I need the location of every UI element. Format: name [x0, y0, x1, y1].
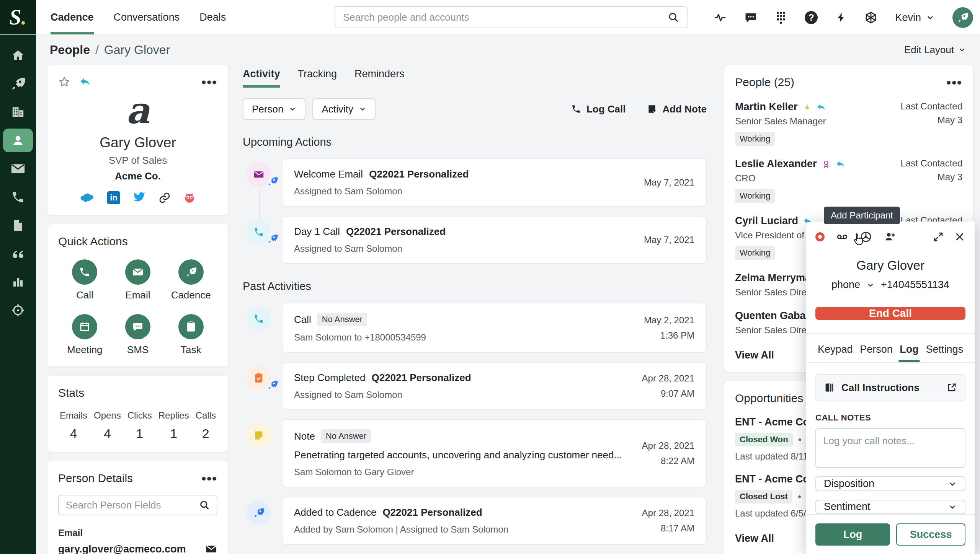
- activity-filter-dropdown[interactable]: Activity: [312, 98, 375, 120]
- phone-type-label[interactable]: phone: [831, 279, 860, 291]
- call-notes-label: CALL NOTES: [815, 413, 965, 423]
- user-avatar[interactable]: [952, 7, 973, 28]
- past-activity-note: NoteNo AnswerPenetrating targeted accoun…: [243, 419, 707, 487]
- nav-cadence[interactable]: Cadence: [51, 0, 94, 34]
- record-icon[interactable]: [815, 232, 825, 241]
- quick-action-call[interactable]: Call: [72, 259, 97, 301]
- upcoming-card[interactable]: Welcome EmailQ22021 Personalized Assigne…: [282, 158, 707, 207]
- external-link-icon: [946, 382, 957, 393]
- twitter-icon[interactable]: [132, 192, 146, 204]
- help-icon[interactable]: ?: [805, 11, 818, 24]
- call-phone-selector[interactable]: phone +14045551134: [815, 279, 965, 291]
- sidebar-people[interactable]: [3, 129, 33, 152]
- tab-tracking[interactable]: Tracking: [298, 68, 337, 88]
- more-options-icon[interactable]: •••: [201, 474, 217, 482]
- sidebar-analytics[interactable]: [3, 268, 33, 296]
- log-button[interactable]: Log: [815, 523, 890, 546]
- field-value[interactable]: gary.glover@acmeco.com: [58, 543, 186, 554]
- edit-layout-button[interactable]: Edit Layout: [904, 44, 966, 56]
- sidebar-hot-leads[interactable]: [3, 296, 33, 324]
- past-activity-added-to-cadence: Added to CadenceQ22021 Personalized Adde…: [243, 497, 707, 545]
- sentiment-label: Sentiment: [824, 501, 871, 513]
- global-search[interactable]: [335, 6, 688, 28]
- search-icon[interactable]: [199, 500, 210, 510]
- sidebar-accounts[interactable]: [3, 98, 33, 126]
- sidebar-content[interactable]: [3, 211, 33, 240]
- sidebar-email[interactable]: [3, 155, 33, 183]
- activity-card[interactable]: CallNo Answer Sam Solomon to +1800053459…: [282, 303, 707, 353]
- voicemail-drop-icon[interactable]: [836, 231, 848, 243]
- tab-activity[interactable]: Activity: [243, 68, 280, 88]
- person-fields-search-input[interactable]: [66, 499, 199, 511]
- link-icon[interactable]: [158, 192, 171, 204]
- call-instructions-button[interactable]: Call Instructions: [815, 374, 965, 401]
- tab-keypad[interactable]: Keypad: [818, 344, 853, 362]
- left-sidebar: [0, 35, 36, 554]
- activity-card[interactable]: NoteNo AnswerPenetrating targeted accoun…: [282, 419, 707, 487]
- activity-card[interactable]: Added to CadenceQ22021 Personalized Adde…: [282, 497, 707, 545]
- quick-action-meeting[interactable]: Meeting: [67, 314, 103, 356]
- person-fields-search[interactable]: [58, 495, 217, 515]
- apps-hexagon-icon[interactable]: [864, 11, 877, 24]
- add-note-button[interactable]: Add Note: [647, 103, 707, 115]
- salesforce-icon[interactable]: [80, 192, 95, 204]
- phone-number: +14045551134: [881, 279, 949, 291]
- quick-action-sms[interactable]: SMS: [125, 314, 150, 356]
- stat-clicks: Clicks1: [127, 410, 152, 441]
- more-options-icon[interactable]: •••: [201, 78, 217, 86]
- quick-action-label: Call: [76, 289, 93, 301]
- nav-deals[interactable]: Deals: [199, 0, 226, 34]
- tab-settings[interactable]: Settings: [926, 344, 963, 362]
- field-label: Email: [58, 528, 217, 538]
- quick-action-task[interactable]: Task: [178, 314, 204, 356]
- tab-log[interactable]: Log: [900, 344, 918, 362]
- end-call-button[interactable]: End Call: [815, 307, 965, 320]
- dialpad-icon[interactable]: [775, 11, 787, 24]
- call-action-icon: [247, 220, 271, 244]
- sidebar-home[interactable]: [3, 41, 33, 70]
- quick-action-email[interactable]: Email: [125, 259, 150, 301]
- call-popup-toolbar: [815, 231, 965, 243]
- add-participant-icon[interactable]: [884, 231, 897, 243]
- more-options-icon[interactable]: •••: [946, 78, 962, 86]
- task-icon: [178, 314, 204, 339]
- sidebar-calls[interactable]: [3, 183, 33, 211]
- nav-conversations[interactable]: Conversations: [114, 0, 180, 34]
- breadcrumb-section[interactable]: People: [50, 43, 90, 57]
- upcoming-item: Welcome EmailQ22021 Personalized Assigne…: [243, 158, 707, 207]
- tab-reminders[interactable]: Reminders: [354, 68, 405, 88]
- call-popup-tabs: Keypad Person Log Settings: [815, 334, 965, 362]
- lightning-icon[interactable]: [835, 11, 847, 24]
- star-icon[interactable]: [58, 76, 70, 88]
- activity-card[interactable]: Step CompletedQ22021 Personalized Assign…: [282, 362, 707, 410]
- book-icon: [824, 382, 835, 393]
- salesloft-logo[interactable]: S.: [0, 0, 36, 34]
- close-icon[interactable]: [954, 231, 965, 243]
- search-icon[interactable]: [668, 11, 679, 23]
- global-search-input[interactable]: [343, 11, 668, 23]
- messages-icon[interactable]: [744, 11, 757, 24]
- linkedin-icon[interactable]: in: [107, 191, 120, 204]
- call-notes-textarea[interactable]: [815, 428, 965, 468]
- sidebar-coaching[interactable]: [3, 240, 33, 268]
- no-answer-badge: No Answer: [317, 313, 367, 326]
- sidebar-cadence[interactable]: [3, 70, 33, 98]
- disposition-select[interactable]: Disposition: [815, 476, 965, 491]
- person-filter-dropdown[interactable]: Person: [243, 98, 305, 120]
- owler-icon[interactable]: [183, 191, 196, 204]
- email-icon[interactable]: [205, 543, 217, 554]
- sentiment-select[interactable]: Sentiment: [815, 500, 965, 514]
- people-row[interactable]: Martin Keller Senior Sales Manager Worki…: [735, 101, 962, 146]
- tab-person[interactable]: Person: [860, 344, 893, 362]
- person-company[interactable]: Acme Co.: [58, 170, 217, 182]
- expand-icon[interactable]: [933, 231, 944, 243]
- chevron-down-icon: [948, 479, 957, 489]
- people-row[interactable]: Leslie Alexander CRO Working Last Contac…: [735, 158, 962, 203]
- cadence-rocket-badge: [267, 233, 278, 244]
- upcoming-card[interactable]: Day 1 CallQ22021 Personalized Assigned t…: [282, 216, 707, 264]
- user-menu[interactable]: Kevin: [895, 12, 935, 24]
- activity-pulse-icon[interactable]: [714, 11, 727, 24]
- quick-action-cadence[interactable]: Cadence: [171, 259, 211, 301]
- success-button[interactable]: Success: [896, 523, 965, 546]
- log-call-button[interactable]: Log Call: [571, 103, 626, 115]
